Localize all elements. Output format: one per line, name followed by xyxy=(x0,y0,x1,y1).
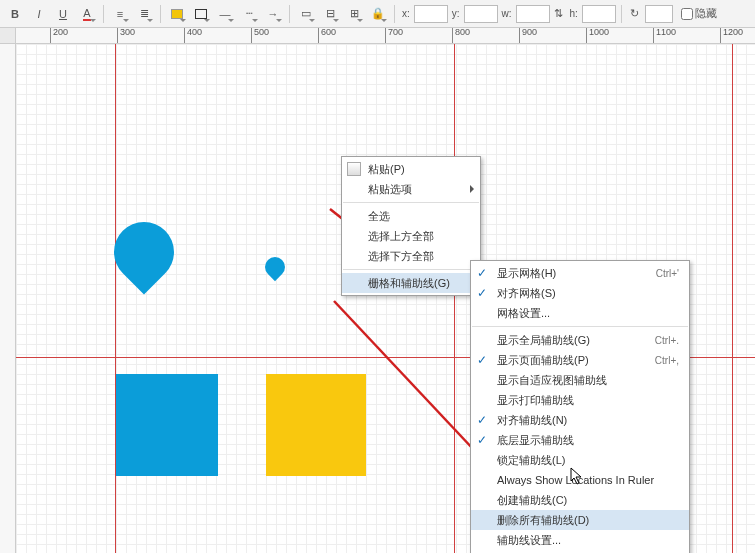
x-label: x: xyxy=(402,8,410,19)
menu-item-show-adaptive[interactable]: 显示自适应视图辅助线 xyxy=(471,370,689,390)
shape-square-yellow[interactable] xyxy=(266,374,366,476)
h-label: h: xyxy=(570,8,578,19)
hide-label: 隐藏 xyxy=(695,6,717,21)
menu-item-select-below[interactable]: 选择下方全部 xyxy=(342,246,480,266)
ruler-tick: 300 xyxy=(117,28,135,44)
order-button[interactable]: ▭ xyxy=(295,4,317,24)
toolbar-separator xyxy=(289,5,290,23)
menu-separator xyxy=(343,202,479,203)
menu-separator xyxy=(343,269,479,270)
menu-item-select-all[interactable]: 全选 xyxy=(342,206,480,226)
toolbar-separator xyxy=(160,5,161,23)
guide-vertical[interactable] xyxy=(115,44,116,553)
ruler-tick: 1000 xyxy=(586,28,609,44)
check-icon: ✓ xyxy=(477,353,487,367)
menu-item-guide-settings[interactable]: 辅助线设置... xyxy=(471,530,689,550)
menu-item-select-above[interactable]: 选择上方全部 xyxy=(342,226,480,246)
rotate-icon[interactable]: ↻ xyxy=(627,4,643,24)
w-input[interactable] xyxy=(516,5,550,23)
context-menu: 粘贴(P) 粘贴选项 全选 选择上方全部 选择下方全部 栅格和辅助线(G) xyxy=(341,156,481,296)
toolbar-separator xyxy=(621,5,622,23)
ruler-tick: 800 xyxy=(452,28,470,44)
align-left-button[interactable]: ≡ xyxy=(109,4,131,24)
w-label: w: xyxy=(502,8,512,19)
underline-button[interactable]: U xyxy=(52,4,74,24)
menu-item-grid-settings[interactable]: 网格设置... xyxy=(471,303,689,323)
align-button[interactable]: ⊟ xyxy=(319,4,341,24)
ruler-tick: 200 xyxy=(50,28,68,44)
menu-item-paste-options[interactable]: 粘贴选项 xyxy=(342,179,480,199)
submenu-arrow-icon xyxy=(470,185,474,193)
link-wh-button[interactable]: ⇅ xyxy=(552,4,566,24)
x-input[interactable] xyxy=(414,5,448,23)
ruler-tick: 600 xyxy=(318,28,336,44)
ruler-tick: 500 xyxy=(251,28,269,44)
check-icon: ✓ xyxy=(477,266,487,280)
ruler-tick: 1200 xyxy=(720,28,743,44)
font-color-button[interactable]: A xyxy=(76,4,98,24)
ruler-tick: 700 xyxy=(385,28,403,44)
check-icon: ✓ xyxy=(477,433,487,447)
rotate-input[interactable] xyxy=(645,5,673,23)
context-submenu-grid-guides: ✓显示网格(H)Ctrl+' ✓对齐网格(S) 网格设置... 显示全局辅助线(… xyxy=(470,260,690,553)
menu-item-snap-guides[interactable]: ✓对齐辅助线(N) xyxy=(471,410,689,430)
menu-item-snap-grid[interactable]: ✓对齐网格(S) xyxy=(471,283,689,303)
shape-marker-small[interactable] xyxy=(261,253,289,281)
line-style-button[interactable]: ┄ xyxy=(238,4,260,24)
ruler-corner xyxy=(0,28,16,44)
ruler-tick: 400 xyxy=(184,28,202,44)
menu-item-show-grid[interactable]: ✓显示网格(H)Ctrl+' xyxy=(471,263,689,283)
menu-item-show-page-guides[interactable]: ✓显示页面辅助线(P)Ctrl+, xyxy=(471,350,689,370)
y-label: y: xyxy=(452,8,460,19)
bold-button[interactable]: B xyxy=(4,4,26,24)
y-input[interactable] xyxy=(464,5,498,23)
lock-button[interactable]: 🔒 xyxy=(367,4,389,24)
arrow-style-button[interactable]: → xyxy=(262,4,284,24)
menu-separator xyxy=(472,326,688,327)
workspace: 200 300 400 500 600 700 800 900 1000 110… xyxy=(0,28,755,553)
distribute-button[interactable]: ⊞ xyxy=(343,4,365,24)
italic-button[interactable]: I xyxy=(28,4,50,24)
guide-vertical[interactable] xyxy=(454,44,455,553)
menu-item-create-guide[interactable]: 创建辅助线(C) xyxy=(471,490,689,510)
menu-item-paste[interactable]: 粘贴(P) xyxy=(342,159,480,179)
toolbar-separator xyxy=(394,5,395,23)
menu-item-back-guides[interactable]: ✓底层显示辅助线 xyxy=(471,430,689,450)
canvas[interactable]: 粘贴(P) 粘贴选项 全选 选择上方全部 选择下方全部 栅格和辅助线(G) ✓显… xyxy=(16,44,755,553)
menu-item-show-print[interactable]: 显示打印辅助线 xyxy=(471,390,689,410)
ruler-tick: 900 xyxy=(519,28,537,44)
menu-item-grid-guides[interactable]: 栅格和辅助线(G) xyxy=(342,273,480,293)
hide-checkbox[interactable]: 隐藏 xyxy=(681,6,717,21)
check-icon: ✓ xyxy=(477,286,487,300)
line-color-button[interactable] xyxy=(190,4,212,24)
toolbar: B I U A ≡ ≣ — ┄ → ▭ ⊟ ⊞ 🔒 x: y: w: ⇅ h: … xyxy=(0,0,755,28)
cursor-icon xyxy=(570,467,584,485)
fill-button[interactable] xyxy=(166,4,188,24)
paste-icon xyxy=(347,162,361,176)
guide-vertical[interactable] xyxy=(732,44,733,553)
menu-item-delete-all-guides[interactable]: 删除所有辅助线(D) xyxy=(471,510,689,530)
menu-item-show-global-guides[interactable]: 显示全局辅助线(G)Ctrl+. xyxy=(471,330,689,350)
line-width-button[interactable]: — xyxy=(214,4,236,24)
h-input[interactable] xyxy=(582,5,616,23)
toolbar-separator xyxy=(103,5,104,23)
ruler-horizontal[interactable]: 200 300 400 500 600 700 800 900 1000 110… xyxy=(16,28,755,44)
check-icon: ✓ xyxy=(477,413,487,427)
ruler-tick: 1100 xyxy=(653,28,676,44)
valign-button[interactable]: ≣ xyxy=(133,4,155,24)
ruler-vertical[interactable] xyxy=(0,44,16,553)
shape-square-blue[interactable] xyxy=(116,374,218,476)
